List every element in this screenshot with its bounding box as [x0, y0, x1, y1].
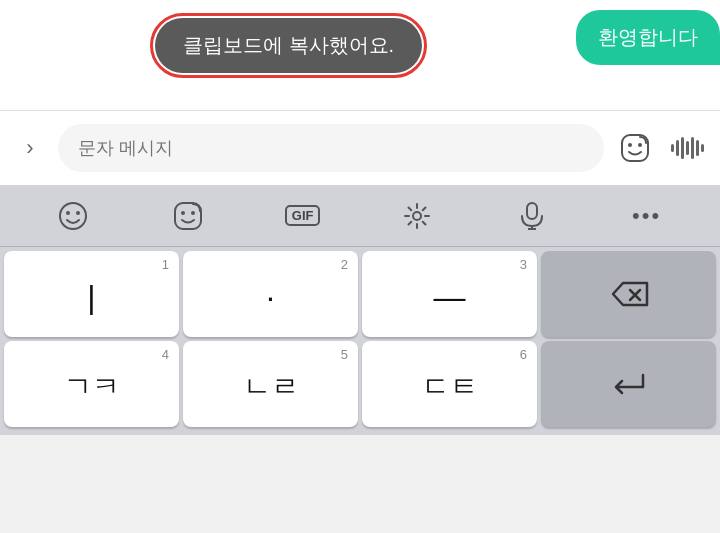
svg-point-9: [413, 212, 421, 220]
svg-point-7: [181, 211, 185, 215]
key-6-char: ㄷㅌ: [422, 368, 478, 406]
backspace-key[interactable]: [541, 251, 716, 337]
emoji-icon: [58, 201, 88, 231]
more-icon: •••: [632, 203, 661, 229]
emoji-toolbar-button[interactable]: [48, 191, 98, 241]
svg-point-2: [638, 143, 642, 147]
key-6-number: 6: [520, 347, 527, 362]
keyboard-area: 1 | 2 · 3 — 4 ㄱㅋ 5 ㄴㄹ 6: [0, 247, 720, 435]
svg-rect-10: [527, 203, 537, 219]
key-4-number: 4: [162, 347, 169, 362]
enter-key[interactable]: [541, 341, 716, 427]
message-input[interactable]: [58, 124, 604, 172]
key-2-number: 2: [341, 257, 348, 272]
key-1-char: |: [87, 279, 95, 316]
key-4[interactable]: 4 ㄱㅋ: [4, 341, 179, 427]
keyboard-row-2: 4 ㄱㅋ 5 ㄴㄹ 6 ㄷㅌ: [4, 341, 716, 427]
key-5[interactable]: 5 ㄴㄹ: [183, 341, 358, 427]
keyboard-row-1: 1 | 2 · 3 —: [4, 251, 716, 337]
sticker-toolbar-button[interactable]: [163, 191, 213, 241]
chat-bubble-text: 환영합니다: [598, 26, 698, 48]
svg-point-8: [191, 211, 195, 215]
enter-icon: [611, 369, 647, 399]
key-1-number: 1: [162, 257, 169, 272]
toast-notification: 클립보드에 복사했어요.: [155, 18, 422, 73]
more-toolbar-button[interactable]: •••: [622, 191, 672, 241]
expand-button[interactable]: ›: [12, 130, 48, 166]
key-3-number: 3: [520, 257, 527, 272]
chat-bubble: 환영합니다: [576, 10, 720, 65]
chevron-right-icon: ›: [26, 135, 33, 161]
settings-icon: [403, 202, 431, 230]
sticker-toolbar-icon: [173, 201, 203, 231]
settings-toolbar-button[interactable]: [392, 191, 442, 241]
key-6[interactable]: 6 ㄷㅌ: [362, 341, 537, 427]
key-1[interactable]: 1 |: [4, 251, 179, 337]
key-2-char: ·: [266, 279, 275, 316]
sticker-icon: [620, 133, 650, 163]
voice-wave-icon: [671, 136, 704, 160]
input-bar: ›: [0, 110, 720, 185]
toast-text: 클립보드에 복사했어요.: [183, 34, 394, 56]
mic-toolbar-button[interactable]: [507, 191, 557, 241]
key-2[interactable]: 2 ·: [183, 251, 358, 337]
sticker-button[interactable]: [614, 127, 656, 169]
backspace-icon: [609, 279, 649, 309]
keyboard-toolbar: GIF •••: [0, 185, 720, 247]
mic-icon: [519, 202, 545, 230]
key-5-char: ㄴㄹ: [243, 368, 299, 406]
gif-toolbar-button[interactable]: GIF: [278, 191, 328, 241]
top-area: 환영합니다 클립보드에 복사했어요.: [0, 0, 720, 110]
key-3[interactable]: 3 —: [362, 251, 537, 337]
svg-rect-6: [175, 203, 201, 229]
gif-icon: GIF: [285, 205, 321, 226]
key-3-char: —: [434, 279, 466, 316]
svg-point-4: [66, 211, 70, 215]
svg-point-1: [628, 143, 632, 147]
voice-wave-button[interactable]: [666, 127, 708, 169]
svg-point-5: [76, 211, 80, 215]
key-5-number: 5: [341, 347, 348, 362]
key-4-char: ㄱㅋ: [64, 368, 120, 406]
svg-point-3: [60, 203, 86, 229]
